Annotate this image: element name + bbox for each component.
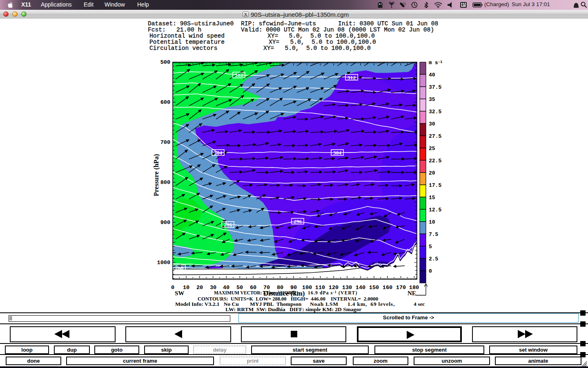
svg-text:35: 35 [429,96,435,103]
svg-text:0: 0 [171,285,174,291]
svg-text:NE: NE [408,290,416,296]
svg-text:600: 600 [160,99,170,105]
svg-text:20: 20 [429,170,435,176]
svg-text:12.5: 12.5 [429,207,441,213]
svg-text:312: 312 [235,72,243,78]
svg-text:30: 30 [429,121,435,127]
svg-text:SW: SW [175,290,184,296]
svg-text:700: 700 [160,139,170,146]
svg-text:160: 160 [383,285,392,291]
svg-text:110: 110 [315,285,325,291]
svg-text:1000: 1000 [157,260,170,266]
svg-text:2.5: 2.5 [429,256,439,262]
svg-text:5: 5 [429,244,432,250]
svg-text:25: 25 [429,146,435,152]
svg-text:LW: RRTM SW: Dudhia DIFF: s: LW: RRTM SW: Dudhia DIFF: simple KM: 2D … [225,306,361,312]
svg-text:130: 130 [342,285,352,291]
svg-text:16.9 dPa s-1 (VERT): 16.9 dPa s-1 (VERT) [308,290,358,296]
svg-text:17.5: 17.5 [429,182,441,188]
svg-text:40: 40 [223,285,229,291]
svg-text:15: 15 [429,195,435,201]
svg-text:7.5: 7.5 [429,231,439,238]
svg-text:288: 288 [175,265,184,271]
svg-text:304: 304 [333,150,342,156]
svg-text:40: 40 [429,72,435,78]
svg-text:MAXIMUM VECTOR:: MAXIMUM VECTOR: [214,290,262,295]
svg-text:10: 10 [429,219,435,225]
svg-text:140: 140 [356,285,365,291]
svg-text:296: 296 [224,222,232,228]
svg-text:0: 0 [429,268,432,274]
svg-text:304: 304 [214,150,223,156]
svg-text:50: 50 [236,285,243,291]
svg-text:32.5: 32.5 [429,109,441,115]
svg-text:37.5: 37.5 [429,84,441,90]
svg-text:800: 800 [160,180,170,186]
svg-text:Pressure (hPa): Pressure (hPa) [152,154,160,196]
svg-text:500: 500 [160,59,170,65]
svg-text:60: 60 [250,285,256,291]
svg-text:4 sec: 4 sec [414,301,425,307]
svg-text:150: 150 [369,285,379,291]
svg-text:296: 296 [294,218,302,224]
svg-text:27.5: 27.5 [429,133,441,139]
svg-text:22.5: 22.5 [429,158,441,164]
svg-text:900: 900 [160,220,170,226]
svg-text:312: 312 [347,74,356,81]
svg-text:30: 30 [210,285,216,291]
svg-text:20: 20 [196,285,203,291]
svg-text:170: 170 [396,285,406,291]
svg-text:m s-1: m s-1 [429,60,443,66]
